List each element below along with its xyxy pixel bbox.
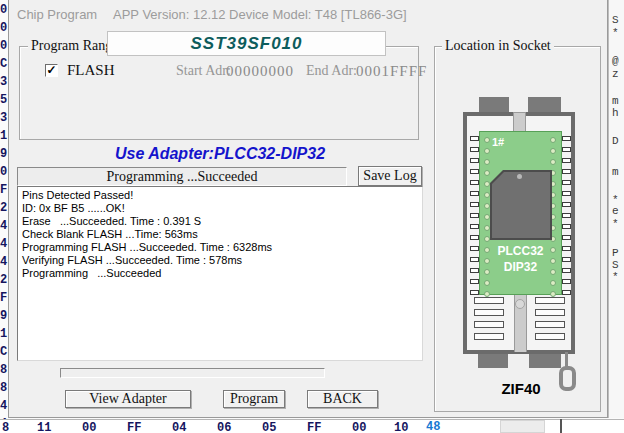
back-button[interactable]: BACK [307,390,378,408]
program-range-groupbox: Program Range [19,46,419,140]
log-line: Erase ...Succeeded. Time : 0.391 S [22,215,418,228]
plcc-chip-pin1-dot [517,174,522,179]
socket-name: ZIF40 [471,380,571,397]
use-adapter-notice: Use Adapter:PLCC32-DIP32 [17,145,423,163]
log-line: Verifying FLASH ...Succeeded. Time : 578… [22,254,418,267]
socket-slot [474,333,504,340]
flash-label: FLASH [67,62,115,79]
start-adr-value: 00000000 [226,63,294,80]
plcc-chip [490,170,552,240]
log-line: Check Blank FLASH ...Time: 563ms [22,228,418,241]
socket-center-post [513,112,526,133]
socket-slot [535,333,565,340]
socket-slot [535,309,565,316]
background-window-edge [560,419,562,433]
socket-lever-knob [515,299,525,309]
location-in-socket-label: Location in Socket [442,38,554,54]
socket-slot [474,321,504,328]
chip-program-dialog: Chip Program APP Version: 12.12 Device M… [8,0,608,418]
view-adapter-button[interactable]: View Adapter [65,390,191,408]
adapter-position-tag: 1# [492,136,504,148]
log-line: Programming ...Succeeded [22,267,418,280]
socket-slot [535,297,565,304]
end-adr-value: 0001FFFF [356,63,427,80]
chip-name: SST39SF010 [107,31,386,56]
socket-top-tab-left [479,97,509,113]
status-progress-bar: Programming ...Succeeded [17,167,347,186]
log-output[interactable]: Pins Detected Passed! ID: 0x BF B5 .....… [17,186,423,361]
background-hex-selected-byte: 48 [426,420,440,433]
background-scrollbar-fragment [500,420,545,433]
socket-slot [535,321,565,328]
log-line: ID: 0x BF B5 ......OK! [22,202,418,215]
save-log-button[interactable]: Save Log [358,166,422,186]
start-adr-label: Start Adr: [176,63,231,79]
socket-slot [474,309,504,316]
screen: 000C353190F24442F91C8844 S*@zmhDm*e*PS* … [0,0,624,433]
adapter-name-line1: PLCC32 [479,244,562,258]
app-version-device-model: APP Version: 12.12 Device Model: T48 [TL… [113,7,407,22]
socket-slot [474,297,504,304]
end-adr-label: End Adr: [306,63,357,79]
program-button[interactable]: Program [223,390,285,408]
log-line: Pins Detected Passed! [22,189,418,202]
background-hex-right-column: S*@zmhDm*e*PS* [608,0,624,418]
socket-top-tab-right [528,97,561,113]
secondary-progress-bar [60,368,325,378]
window-title: Chip Program [17,7,97,22]
log-line: Programming FLASH ...Succeeded. Time : 6… [22,241,418,254]
adapter-name-line2: DIP32 [479,260,562,274]
flash-checkbox[interactable]: ✓ [45,64,58,77]
socket-foot-right [529,354,561,368]
socket-foot-left [478,354,508,368]
